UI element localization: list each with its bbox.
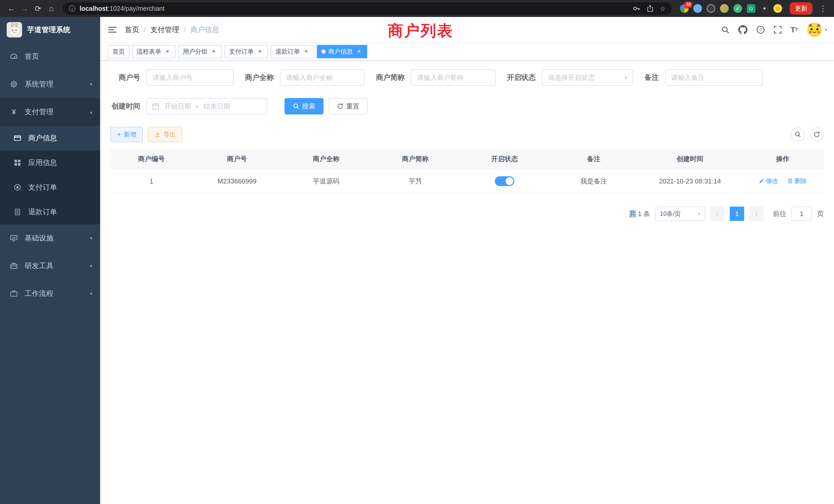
search-button[interactable]: 搜索 (285, 98, 324, 114)
browser-back-button[interactable]: ← (5, 2, 18, 15)
browser-reload-button[interactable]: ⟳ (32, 2, 44, 15)
edit-label: 修改 (766, 177, 778, 185)
browser-chrome: ← → ⟳ ⌂ ⓘ localhost:1024/pay/merchant ☆ … (0, 0, 834, 17)
tab-merchant-info[interactable]: 商户信息 × (317, 45, 367, 58)
app-root: 芋道管理系统 首页 系统管理 ▾ ¥ 支付管理 ▴ (0, 17, 834, 504)
active-dot (322, 49, 326, 54)
tab-home[interactable]: 首页 (108, 45, 129, 58)
url-host: localhost (80, 5, 108, 12)
filter-label: 商户全称 (245, 73, 274, 83)
filter-label: 商户号 (110, 73, 140, 83)
tab-close-icon[interactable]: × (164, 48, 171, 55)
extension-green-square-icon[interactable]: G (747, 4, 755, 13)
export-button[interactable]: 导出 (148, 127, 182, 142)
browser-home-button[interactable]: ⌂ (45, 2, 58, 15)
next-page-button[interactable]: › (749, 207, 764, 221)
browser-update-button[interactable]: 更新 (790, 2, 812, 15)
tab-pay-orders[interactable]: 支付订单 × (224, 45, 268, 58)
merchant-table: 商户编号 商户号 商户全称 商户简称 开启状态 备注 创建时间 操作 1 M23… (110, 149, 824, 193)
sidebar-item-label: 工作流程 (25, 289, 83, 298)
browser-forward-button[interactable]: → (19, 2, 31, 15)
extension-avatar-icon[interactable] (720, 4, 729, 13)
tab-user-group[interactable]: 用户分组 × (178, 45, 222, 58)
sidebar-item-home[interactable]: 首页 (0, 43, 100, 70)
extension-dark-circle-icon[interactable] (707, 4, 716, 13)
extension-puzzle-icon[interactable]: 10 (680, 4, 689, 13)
delete-link[interactable]: 删除 (787, 177, 807, 185)
filter-remark: 备注 (644, 69, 763, 86)
password-key-icon[interactable] (633, 5, 640, 12)
sidebar-item-merchant-info[interactable]: 商户信息 (0, 126, 100, 151)
tab-process-form[interactable]: 流程表单 × (132, 45, 176, 58)
sidebar-item-system[interactable]: 系统管理 ▾ (0, 70, 100, 98)
extension-dark-star-icon[interactable]: ✦ (760, 4, 769, 13)
font-size-icon[interactable]: TT (791, 25, 798, 34)
page-size-select[interactable]: 10条/页 ▾ (655, 207, 705, 221)
cell-merchant-id: 1 (110, 169, 192, 193)
sidebar-logo[interactable]: 芋道管理系统 (0, 17, 100, 43)
remark-input[interactable] (671, 74, 756, 82)
extension-blue-dot-icon[interactable] (693, 4, 702, 13)
tab-label: 商户信息 (328, 47, 353, 56)
search-icon[interactable] (721, 26, 729, 34)
sidebar-item-infrastructure[interactable]: 基础设施 ▾ (0, 224, 100, 252)
date-range-picker[interactable]: 开始日期 - 结束日期 (146, 98, 267, 114)
prev-page-button[interactable]: ‹ (710, 207, 725, 221)
sidebar: 芋道管理系统 首页 系统管理 ▾ ¥ 支付管理 ▴ (0, 17, 100, 504)
tab-close-icon[interactable]: × (303, 48, 310, 55)
full-name-input[interactable] (286, 74, 358, 82)
bookmark-star-icon[interactable]: ☆ (660, 5, 665, 12)
breadcrumb-home[interactable]: 首页 (125, 25, 139, 35)
url-text[interactable]: localhost:1024/pay/merchant (80, 5, 629, 12)
fullscreen-icon[interactable] (774, 26, 782, 34)
search-icon (293, 103, 300, 110)
extension-green-check-icon[interactable]: ✓ (733, 4, 742, 13)
tab-close-icon[interactable]: × (210, 48, 217, 55)
sidebar-item-payment[interactable]: ¥ 支付管理 ▴ (0, 98, 100, 126)
tab-refund-orders[interactable]: 退款订单 × (271, 45, 314, 58)
help-icon[interactable]: ? (756, 25, 765, 34)
reset-button-label: 重置 (346, 102, 359, 111)
sidebar-item-pay-orders[interactable]: 支付订单 (0, 175, 100, 200)
goto-page-input[interactable] (791, 207, 812, 221)
share-icon[interactable] (646, 5, 654, 12)
address-bar[interactable]: ⓘ localhost:1024/pay/merchant ☆ (63, 2, 672, 15)
sidebar-item-label: 系统管理 (25, 79, 83, 89)
dashboard-icon (10, 53, 18, 60)
chevron-down-icon: ▾ (90, 235, 92, 241)
tab-label: 退款订单 (275, 47, 300, 56)
toggle-search-icon[interactable] (791, 128, 805, 141)
browser-menu-icon[interactable]: ⋮ (817, 4, 829, 13)
select-placeholder: 请选择开启状态 (548, 73, 595, 82)
page-number-button[interactable]: 1 (730, 207, 744, 221)
briefcase-icon (10, 290, 18, 297)
user-menu[interactable]: ▾ (807, 22, 827, 38)
extension-smiley-icon[interactable]: ☺ (773, 4, 782, 13)
sidebar-item-dev-tools[interactable]: 研发工具 ▾ (0, 252, 100, 280)
tab-close-icon[interactable]: × (256, 48, 263, 55)
table-header-row: 商户编号 商户号 商户全称 商户简称 开启状态 备注 创建时间 操作 (110, 149, 824, 169)
sidebar-item-app-info[interactable]: 应用信息 (0, 151, 100, 175)
total-text: 共 1 条 (629, 209, 650, 219)
tab-label: 支付订单 (229, 47, 254, 56)
github-icon[interactable] (738, 25, 747, 35)
site-info-icon[interactable]: ⓘ (69, 4, 75, 13)
merchant-no-input[interactable] (153, 74, 227, 82)
edit-link[interactable]: 修改 (759, 177, 778, 185)
breadcrumb-payment[interactable]: 支付管理 (151, 25, 179, 35)
column-header: 操作 (742, 149, 824, 169)
add-button[interactable]: + 新增 (110, 127, 143, 142)
grid-icon (13, 159, 22, 166)
sidebar-item-workflow[interactable]: 工作流程 ▾ (0, 280, 100, 307)
reset-button[interactable]: 重置 (329, 98, 368, 114)
chevron-down-icon: ▾ (90, 291, 92, 297)
refresh-table-icon[interactable] (810, 128, 824, 141)
sidebar-item-refund-orders[interactable]: 退款订单 (0, 200, 100, 224)
status-toggle[interactable] (495, 176, 514, 186)
status-select[interactable]: 请选择开启状态 ▾ (542, 69, 633, 86)
tab-close-icon[interactable]: × (355, 48, 363, 55)
sidebar-toggle-icon[interactable] (100, 25, 125, 35)
card-icon (13, 134, 22, 142)
short-name-input[interactable] (417, 74, 489, 82)
filter-full-name: 商户全称 (245, 69, 365, 86)
